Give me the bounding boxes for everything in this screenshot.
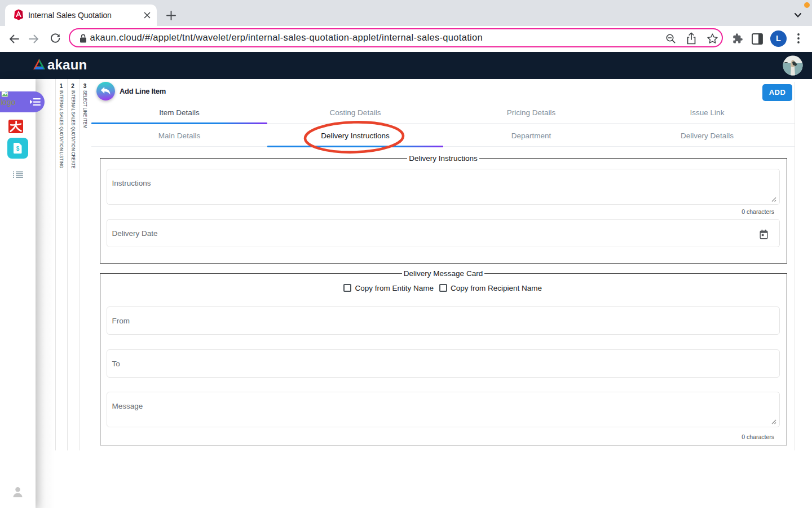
svg-text:$: $	[16, 146, 20, 152]
